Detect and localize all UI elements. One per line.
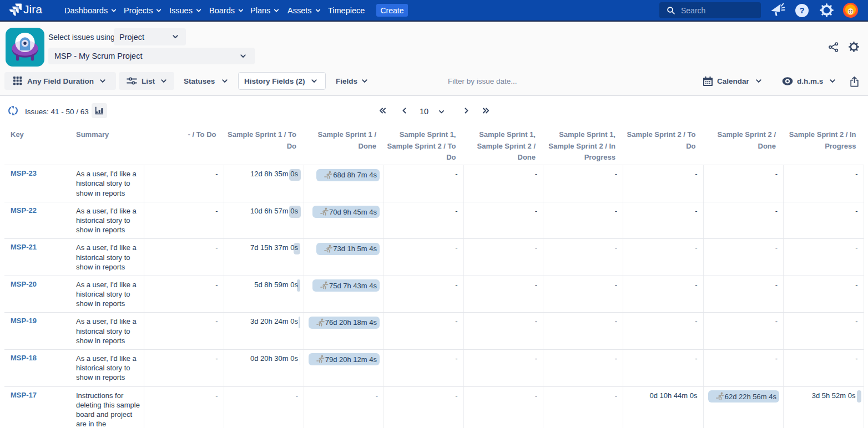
svg-text:?: ? — [799, 6, 804, 15]
